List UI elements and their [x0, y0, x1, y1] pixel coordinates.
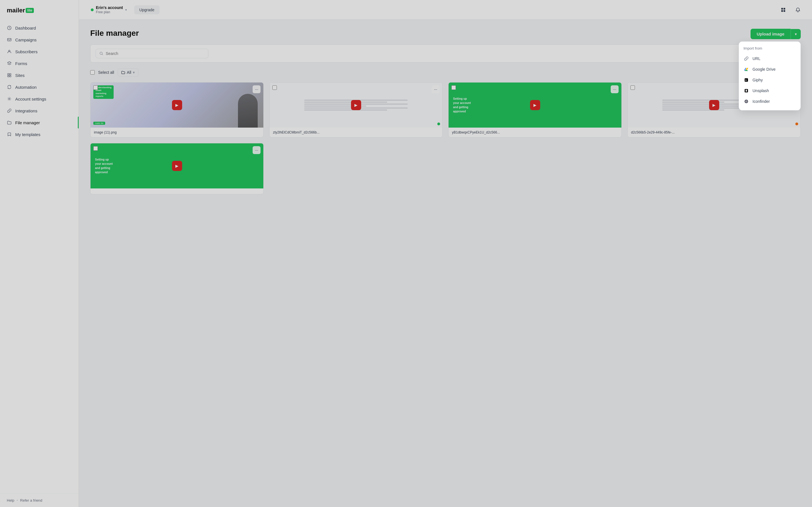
svg-point-17 — [746, 101, 747, 102]
search-input[interactable] — [106, 51, 205, 56]
import-url-item[interactable]: URL — [739, 53, 801, 64]
card-menu-button-5[interactable]: ··· — [253, 146, 260, 154]
sidebar-label-integrations: Integrations — [15, 108, 37, 113]
import-giphy-label: Giphy — [753, 78, 763, 82]
image-card-1: ··· Understanding email marketing report… — [90, 82, 264, 137]
select-all-checkbox[interactable] — [90, 70, 95, 75]
sidebar-label-automation: Automation — [15, 85, 37, 90]
card-filename-4: d2c566b5-2e29-449c-85fe-... — [627, 128, 801, 137]
card-header-2: ··· — [272, 86, 440, 93]
apps-icon-button[interactable] — [778, 5, 788, 15]
bookmark-icon — [7, 132, 12, 137]
sidebar-item-file-manager[interactable]: File manager — [0, 117, 79, 128]
card-checkbox-3[interactable] — [451, 86, 456, 90]
image-grid: ··· Understanding email marketing report… — [90, 82, 801, 194]
svg-rect-10 — [781, 10, 783, 12]
import-unsplash-item[interactable]: Unsplash — [739, 86, 801, 96]
card-checkbox-5[interactable] — [93, 146, 98, 151]
account-name: Erin's account — [96, 5, 123, 10]
svg-rect-8 — [781, 8, 783, 10]
upgrade-button[interactable]: Upgrade — [134, 5, 160, 14]
folder-icon — [7, 120, 12, 125]
sidebar-item-sites[interactable]: Sites — [0, 69, 79, 81]
card-header-1: ··· — [93, 86, 260, 93]
header: Erin's account Free plan ▾ Upgrade — [79, 0, 812, 20]
account-plan: Free plan — [96, 10, 123, 15]
page-title: File manager — [90, 29, 801, 38]
sidebar-item-campaigns[interactable]: Campaigns — [0, 34, 79, 46]
play-icon-3: ▶ — [530, 100, 540, 110]
grid-icon — [7, 73, 12, 78]
search-box — [96, 49, 208, 58]
doc-line — [304, 102, 387, 103]
sidebar-label-account-settings: Account settings — [15, 97, 46, 101]
help-link[interactable]: Help — [7, 498, 14, 503]
svg-point-7 — [9, 98, 10, 100]
sidebar-label-dashboard: Dashboard — [15, 25, 36, 31]
sidebar-item-integrations[interactable]: Integrations — [0, 105, 79, 117]
footer-dot: • — [17, 498, 18, 503]
select-all-label[interactable]: Select all — [98, 70, 114, 75]
upload-area: Upload image ▾ Import from URL — [751, 29, 801, 39]
account-selector[interactable]: Erin's account Free plan ▾ — [88, 3, 130, 16]
notification-icon-button[interactable] — [793, 5, 803, 15]
import-google-drive-label: Google Drive — [753, 67, 776, 71]
header-left: Erin's account Free plan ▾ Upgrade — [88, 3, 160, 16]
card-filename-3: yB1dbwqxCPyeEk1U_d2c566... — [449, 128, 621, 137]
play-icon-4: ▶ — [709, 100, 719, 110]
apps-grid-icon — [781, 7, 786, 12]
link-icon — [7, 108, 12, 113]
bell-icon — [795, 7, 801, 12]
play-icon-1: ▶ — [172, 100, 182, 110]
layers-icon — [7, 61, 12, 66]
sidebar-label-subscribers: Subscribers — [15, 49, 38, 54]
giphy-icon: G — [744, 77, 749, 83]
card-menu-button-1[interactable]: ··· — [253, 86, 260, 93]
sidebar-item-my-templates[interactable]: My templates — [0, 128, 79, 140]
play-icon-2: ▶ — [351, 100, 361, 110]
logo-text: mailer — [7, 7, 25, 14]
card-menu-button-2[interactable]: ··· — [432, 86, 440, 93]
sidebar-label-campaigns: Campaigns — [15, 38, 37, 42]
sidebar-item-account-settings[interactable]: Account settings — [0, 93, 79, 105]
svg-rect-5 — [8, 75, 9, 77]
import-dropdown: Import from URL — [739, 41, 801, 110]
status-dot-2 — [437, 122, 440, 125]
sidebar-footer: Help • Refer a friend — [0, 494, 79, 507]
user-icon — [7, 49, 12, 54]
card-menu-button-3[interactable]: ··· — [611, 86, 619, 93]
chevron-down-icon: ▾ — [125, 8, 127, 12]
import-google-drive-item[interactable]: Google Drive — [739, 64, 801, 75]
svg-text:G: G — [745, 79, 747, 81]
import-iconfinder-label: Iconfinder — [753, 99, 770, 104]
svg-rect-11 — [783, 10, 785, 12]
import-iconfinder-item[interactable]: Iconfinder — [739, 96, 801, 107]
card-checkbox-1[interactable] — [93, 86, 98, 90]
svg-rect-6 — [10, 75, 11, 77]
header-right — [778, 5, 803, 15]
main-content: Erin's account Free plan ▾ Upgrade — [79, 0, 812, 507]
sidebar-nav: Dashboard Campaigns Subscribers — [0, 20, 79, 494]
sidebar-item-forms[interactable]: Forms — [0, 57, 79, 69]
sidebar-item-automation[interactable]: Automation — [0, 81, 79, 93]
account-status-dot — [91, 8, 94, 11]
folder-filter-button[interactable]: All ▾ — [117, 68, 139, 76]
svg-rect-9 — [783, 8, 785, 10]
import-giphy-item[interactable]: G Giphy — [739, 75, 801, 86]
upload-image-button[interactable]: Upload image — [751, 29, 791, 39]
sidebar-item-dashboard[interactable]: Dashboard — [0, 22, 79, 34]
refer-link[interactable]: Refer a friend — [20, 498, 42, 503]
page-content: File manager Upload image ▾ Import from — [79, 20, 812, 507]
iconfinder-icon — [744, 99, 749, 104]
sidebar-item-subscribers[interactable]: Subscribers — [0, 46, 79, 57]
upload-chevron-button[interactable]: ▾ — [791, 29, 801, 39]
logo-badge: lite — [26, 8, 34, 13]
import-url-label: URL — [753, 56, 760, 61]
unsplash-icon — [744, 88, 749, 94]
search-icon — [99, 51, 103, 56]
refresh-icon — [7, 84, 12, 90]
svg-rect-1 — [8, 39, 11, 41]
image-card-3: ··· Setting upyour accountand gettingapp… — [448, 82, 622, 137]
card-checkbox-4[interactable] — [630, 86, 635, 90]
card-checkbox-2[interactable] — [272, 86, 277, 90]
